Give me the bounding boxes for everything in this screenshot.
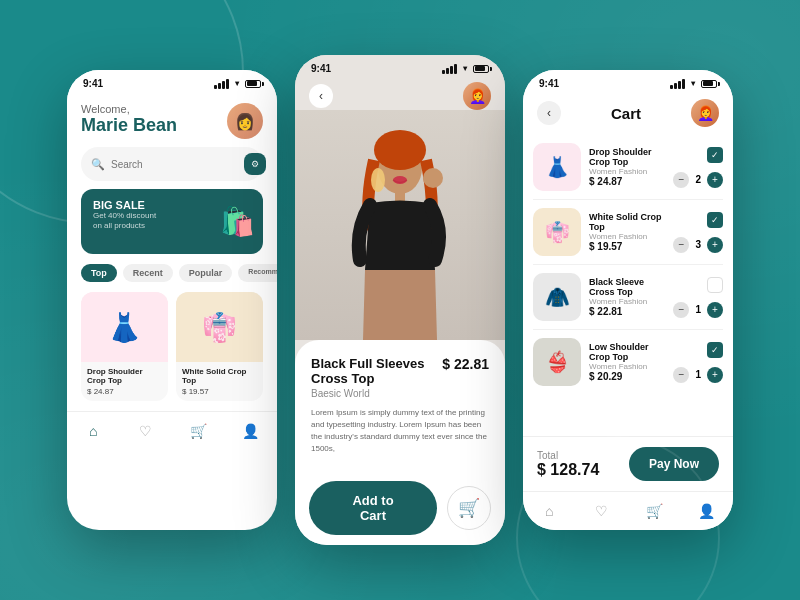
- qty-minus-2[interactable]: −: [673, 237, 689, 253]
- cart-item-price-4: $ 20.29: [589, 371, 665, 382]
- product-price-2: $ 19.57: [182, 387, 257, 396]
- cart-item-img-4: 👙: [533, 338, 581, 386]
- qty-controls-1: − 2 +: [673, 172, 723, 188]
- total-block: Total $ 128.74: [537, 450, 599, 479]
- product-price-1: $ 24.87: [87, 387, 162, 396]
- hero-figure: [295, 110, 505, 340]
- right-phone: 9:41 ▾ ‹ Cart 👩‍🦰 👗 Drop Shoulder Crop T…: [523, 70, 733, 530]
- tab-top[interactable]: Top: [81, 264, 117, 282]
- product-name-2: White Solid Crop Top: [182, 367, 257, 385]
- detail-header: Black Full Sleeves Cross Top $ 22.81: [311, 356, 489, 386]
- cart-title: Cart: [561, 105, 691, 122]
- qty-controls-3: − 1 +: [673, 302, 723, 318]
- qty-plus-2[interactable]: +: [707, 237, 723, 253]
- cart-item-img-2: 👘: [533, 208, 581, 256]
- user-avatar-right: 👩‍🦰: [691, 99, 719, 127]
- left-content: Welcome, Marie Bean 👩 🔍 ⚙ BIG SALE Get 4…: [67, 93, 277, 411]
- center-phone: 9:41 ▾ ‹ 👩‍🦰: [295, 55, 505, 545]
- product-detail-price: $ 22.81: [442, 356, 489, 372]
- total-amount: $ 128.74: [537, 461, 599, 479]
- left-phone: 9:41 ▾ Welcome, Marie Bean 👩 🔍 ⚙ BIG SAL…: [67, 70, 277, 530]
- add-to-cart-button[interactable]: Add to Cart: [309, 481, 437, 535]
- cart-footer: Total $ 128.74 Pay Now: [523, 436, 733, 491]
- cart-item-price-3: $ 22.81: [589, 306, 665, 317]
- back-button[interactable]: ‹: [309, 84, 333, 108]
- check-1[interactable]: ✓: [707, 147, 723, 163]
- cart-item-cat-4: Women Fashion: [589, 362, 665, 371]
- qty-num-4: 1: [695, 369, 701, 380]
- welcome-text: Welcome,: [81, 103, 177, 115]
- center-top-bar: ‹ 👩‍🦰: [295, 78, 505, 110]
- products-grid: 👗 Drop Shoulder Crop Top $ 24.87 👘 White…: [81, 292, 263, 401]
- cart-item-name-4: Low Shoulder Crop Top: [589, 342, 665, 362]
- product-img-2: 👘: [176, 292, 263, 362]
- product-hero-image: [295, 110, 505, 340]
- product-info-2: White Solid Crop Top $ 19.57: [176, 362, 263, 401]
- qty-controls-4: − 1 +: [673, 367, 723, 383]
- cart-icon-button[interactable]: 🛒: [447, 486, 491, 530]
- svg-point-4: [423, 168, 443, 188]
- filter-button[interactable]: ⚙: [244, 153, 266, 175]
- product-img-1: 👗: [81, 292, 168, 362]
- product-info-1: Drop Shoulder Crop Top $ 24.87: [81, 362, 168, 401]
- qty-minus-1[interactable]: −: [673, 172, 689, 188]
- user-avatar-left: 👩: [227, 103, 263, 139]
- nav-profile-left[interactable]: 👤: [240, 420, 262, 442]
- svg-point-2: [374, 130, 426, 170]
- tab-popular[interactable]: Popular: [179, 264, 233, 282]
- qty-num-2: 3: [695, 239, 701, 250]
- nav-home-left[interactable]: ⌂: [82, 420, 104, 442]
- nav-cart-left[interactable]: 🛒: [187, 420, 209, 442]
- nav-cart-right[interactable]: 🛒: [643, 500, 665, 522]
- back-button-right[interactable]: ‹: [537, 101, 561, 125]
- nav-heart-right[interactable]: ♡: [591, 500, 613, 522]
- check-4[interactable]: ✓: [707, 342, 723, 358]
- sale-banner: BIG SALE Get 40% discount on all product…: [81, 189, 263, 254]
- user-avatar-center: 👩‍🦰: [463, 82, 491, 110]
- qty-plus-1[interactable]: +: [707, 172, 723, 188]
- tab-recommended[interactable]: Recommended: [238, 264, 277, 282]
- cart-item-img-3: 🧥: [533, 273, 581, 321]
- tabs-row: Top Recent Popular Recommended: [81, 264, 263, 282]
- cart-item-price-2: $ 19.57: [589, 241, 665, 252]
- wifi-icon: ▾: [232, 80, 242, 88]
- cart-item-info-4: Low Shoulder Crop Top Women Fashion $ 20…: [589, 342, 665, 382]
- status-icons-left: ▾: [214, 79, 261, 89]
- qty-num-3: 1: [695, 304, 701, 315]
- pay-now-button[interactable]: Pay Now: [629, 447, 719, 481]
- hero-svg: [295, 110, 505, 340]
- qty-minus-4[interactable]: −: [673, 367, 689, 383]
- qty-plus-4[interactable]: +: [707, 367, 723, 383]
- nav-home-right[interactable]: ⌂: [538, 500, 560, 522]
- user-name: Marie Bean: [81, 116, 177, 136]
- battery-icon-center: [473, 65, 489, 73]
- time-right: 9:41: [539, 78, 559, 89]
- check-2[interactable]: ✓: [707, 212, 723, 228]
- welcome-block: Welcome, Marie Bean: [81, 103, 177, 136]
- banner-figure: 🛍️: [220, 189, 255, 254]
- qty-plus-3[interactable]: +: [707, 302, 723, 318]
- tab-recent[interactable]: Recent: [123, 264, 173, 282]
- qty-minus-3[interactable]: −: [673, 302, 689, 318]
- search-input[interactable]: [111, 159, 238, 170]
- svg-point-6: [393, 176, 407, 184]
- cart-item-info-3: Black Sleeve Cross Top Women Fashion $ 2…: [589, 277, 665, 317]
- time-center: 9:41: [311, 63, 331, 74]
- nav-profile-right[interactable]: 👤: [696, 500, 718, 522]
- product-card-1[interactable]: 👗 Drop Shoulder Crop Top $ 24.87: [81, 292, 168, 401]
- product-detail-name: Black Full Sleeves Cross Top: [311, 356, 441, 386]
- bottom-nav-left: ⌂ ♡ 🛒 👤: [67, 411, 277, 450]
- cart-item-cat-3: Women Fashion: [589, 297, 665, 306]
- search-icon: 🔍: [91, 158, 105, 171]
- search-bar[interactable]: 🔍 ⚙: [81, 147, 263, 181]
- cart-header: ‹ Cart 👩‍🦰: [523, 93, 733, 135]
- product-card-2[interactable]: 👘 White Solid Crop Top $ 19.57: [176, 292, 263, 401]
- cart-item-name-1: Drop Shoulder Crop Top: [589, 147, 665, 167]
- cart-item-name-3: Black Sleeve Cross Top: [589, 277, 665, 297]
- check-3[interactable]: [707, 277, 723, 293]
- cart-item-cat-1: Women Fashion: [589, 167, 665, 176]
- center-details: Black Full Sleeves Cross Top $ 22.81 Bae…: [295, 340, 505, 471]
- filter-icon: ⚙: [251, 159, 259, 169]
- nav-heart-left[interactable]: ♡: [135, 420, 157, 442]
- status-bar-right: 9:41 ▾: [523, 70, 733, 93]
